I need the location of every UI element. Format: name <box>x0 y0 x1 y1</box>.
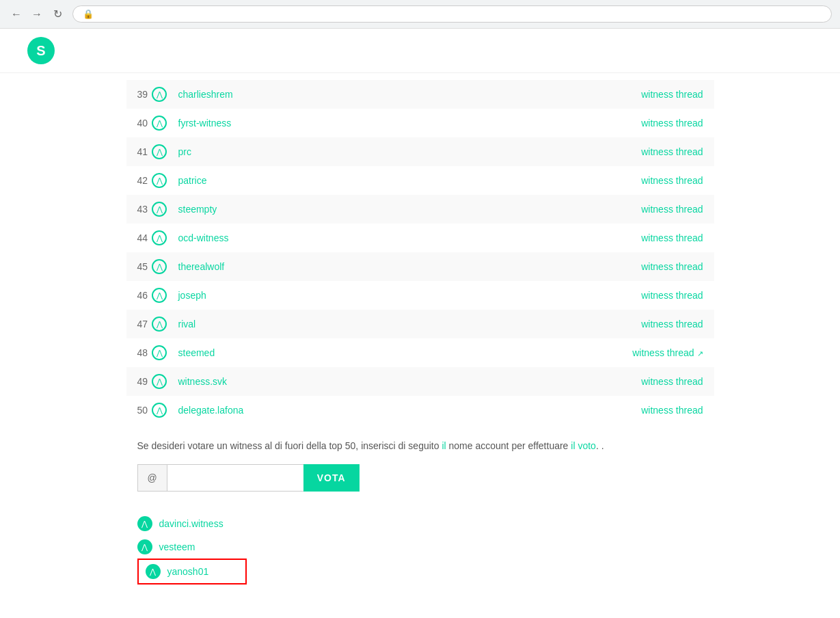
witness-name: delegate.lafona <box>178 405 642 416</box>
upvote-button[interactable]: ⋀ <box>152 87 167 102</box>
logo-area: S <box>27 37 60 64</box>
upvote-button[interactable]: ⋀ <box>152 374 167 389</box>
upvote-button[interactable]: ⋀ <box>152 144 167 159</box>
extra-witness-name: davinci.witness <box>159 518 223 529</box>
witness-thread: witness thread <box>641 261 703 272</box>
extra-witnesses: ⋀ davinci.witness ⋀ vesteem ⋀ yanosh01 <box>126 505 714 591</box>
lock-icon: 🔒 <box>83 9 94 19</box>
rank-number: 50 <box>137 405 148 416</box>
vote-button[interactable]: VOTA <box>303 464 360 492</box>
rank-cell: 45 ⋀ <box>137 259 178 274</box>
rank-number: 43 <box>137 204 148 215</box>
external-link-icon: ↗ <box>697 349 703 358</box>
extra-upvote-button[interactable]: ⋀ <box>137 516 152 531</box>
witness-thread: witness thread <box>641 232 703 243</box>
upvote-button[interactable]: ⋀ <box>152 403 167 418</box>
upvote-button[interactable]: ⋀ <box>152 202 167 217</box>
rank-cell: 48 ⋀ <box>137 345 178 360</box>
extra-witness-item: ⋀ vesteem <box>137 535 703 559</box>
witness-thread: witness thread <box>641 146 703 157</box>
witness-row: 40 ⋀ fyrst-witness witness thread <box>126 109 714 137</box>
witness-thread-link[interactable]: witness thread <box>641 146 703 157</box>
rank-number: 39 <box>137 89 148 100</box>
rank-number: 49 <box>137 376 148 387</box>
rank-cell: 44 ⋀ <box>137 230 178 245</box>
rank-number: 48 <box>137 347 148 358</box>
rank-cell: 42 ⋀ <box>137 173 178 188</box>
witness-name: patrice <box>178 175 642 186</box>
witness-thread-link[interactable]: witness thread <box>641 204 703 215</box>
upvote-button[interactable]: ⋀ <box>152 116 167 131</box>
extra-upvote-button[interactable]: ⋀ <box>146 564 161 579</box>
nav-buttons[interactable]: ← → ↻ <box>8 6 66 23</box>
extra-witness-item: ⋀ yanosh01 <box>137 559 247 585</box>
witness-row: 48 ⋀ steemed witness thread↗ <box>126 338 714 367</box>
witness-name: fyrst-witness <box>178 118 642 129</box>
reload-button[interactable]: ↻ <box>49 6 66 23</box>
witness-thread: witness thread <box>641 376 703 387</box>
witness-name: prc <box>178 146 642 157</box>
address-bar[interactable]: 🔒 <box>72 5 832 23</box>
witness-thread: witness thread <box>641 405 703 416</box>
logo-icon: S <box>27 37 55 64</box>
rank-number: 42 <box>137 175 148 186</box>
witness-thread-link[interactable]: witness thread <box>641 290 703 301</box>
rank-number: 44 <box>137 232 148 243</box>
witness-thread-link[interactable]: witness thread <box>641 89 703 100</box>
upvote-button[interactable]: ⋀ <box>152 230 167 245</box>
witness-name-input[interactable] <box>167 464 303 492</box>
extra-witness-name: vesteem <box>159 541 195 552</box>
witness-thread: witness thread↗ <box>632 347 703 358</box>
witness-name: charlieshrem <box>178 89 642 100</box>
witness-row: 39 ⋀ charlieshrem witness thread <box>126 80 714 109</box>
witness-row: 50 ⋀ delegate.lafona witness thread <box>126 396 714 425</box>
witness-thread-link[interactable]: witness thread <box>641 175 703 186</box>
rank-cell: 46 ⋀ <box>137 288 178 303</box>
upvote-button[interactable]: ⋀ <box>152 288 167 303</box>
witness-name: therealwolf <box>178 261 642 272</box>
witness-row: 44 ⋀ ocd-witness witness thread <box>126 224 714 252</box>
witness-thread-link[interactable]: witness thread↗ <box>632 347 703 358</box>
witness-row: 49 ⋀ witness.svk witness thread <box>126 367 714 396</box>
at-symbol: @ <box>137 464 167 492</box>
rank-cell: 41 ⋀ <box>137 144 178 159</box>
rank-number: 47 <box>137 319 148 330</box>
witness-list: 39 ⋀ charlieshrem witness thread 40 ⋀ fy… <box>126 80 714 425</box>
witness-thread-link[interactable]: witness thread <box>641 405 703 416</box>
witness-thread-link[interactable]: witness thread <box>641 232 703 243</box>
rank-cell: 39 ⋀ <box>137 87 178 102</box>
witness-row: 43 ⋀ steempty witness thread <box>126 195 714 224</box>
witness-thread: witness thread <box>641 204 703 215</box>
rank-cell: 47 ⋀ <box>137 317 178 332</box>
witness-name: rival <box>178 319 642 330</box>
upvote-button[interactable]: ⋀ <box>152 317 167 332</box>
rank-number: 40 <box>137 118 148 129</box>
witness-thread-link[interactable]: witness thread <box>641 376 703 387</box>
witness-name: steemed <box>178 347 633 358</box>
witness-name: witness.svk <box>178 376 642 387</box>
extra-witness-name: yanosh01 <box>167 566 209 577</box>
rank-cell: 50 ⋀ <box>137 403 178 418</box>
browser-chrome: ← → ↻ 🔒 <box>0 0 840 29</box>
vote-input-row: @ VOTA <box>137 464 703 492</box>
witness-thread-link[interactable]: witness thread <box>641 261 703 272</box>
upvote-button[interactable]: ⋀ <box>152 173 167 188</box>
witness-thread-link[interactable]: witness thread <box>641 319 703 330</box>
witness-thread: witness thread <box>641 175 703 186</box>
site-header: S <box>0 29 840 73</box>
upvote-button[interactable]: ⋀ <box>152 259 167 274</box>
vote-section: Se desideri votare un witness al di fuor… <box>126 425 714 505</box>
forward-button[interactable]: → <box>29 6 45 23</box>
witness-name: steempty <box>178 204 642 215</box>
main-content: 39 ⋀ charlieshrem witness thread 40 ⋀ fy… <box>126 73 714 612</box>
back-button[interactable]: ← <box>8 6 25 23</box>
witness-row: 45 ⋀ therealwolf witness thread <box>126 252 714 281</box>
witness-thread-link[interactable]: witness thread <box>641 118 703 129</box>
rank-number: 46 <box>137 290 148 301</box>
rank-cell: 40 ⋀ <box>137 116 178 131</box>
extra-witness-item: ⋀ davinci.witness <box>137 512 703 535</box>
witness-row: 46 ⋀ joseph witness thread <box>126 281 714 310</box>
extra-upvote-button[interactable]: ⋀ <box>137 539 152 554</box>
upvote-button[interactable]: ⋀ <box>152 345 167 360</box>
witness-thread: witness thread <box>641 319 703 330</box>
